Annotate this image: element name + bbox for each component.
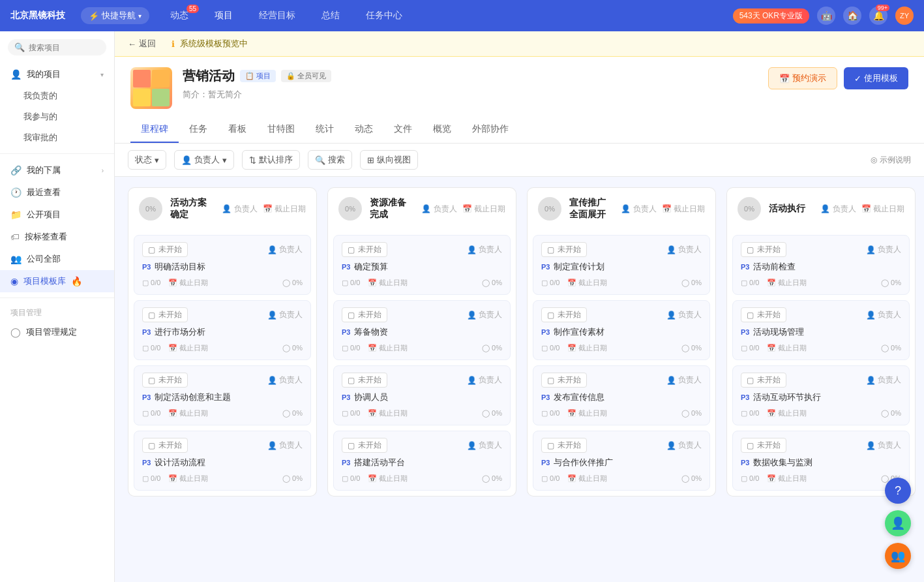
card-status[interactable]: ▢ 未开始 [142,242,188,257]
assignee-meta: 👤 负责人 [421,204,456,215]
card-status[interactable]: ▢ 未开始 [142,307,188,322]
task-card[interactable]: ▢ 未开始 👤 负责人 P3 数据收集与监测 ▢ 0/0 📅 截止日期 ◯ 0% [732,431,910,491]
user-service-button[interactable]: 👥 [885,543,911,569]
task-card[interactable]: ▢ 未开始 👤 负责人 P3 进行市场分析 ▢ 0/0 📅 截止日期 ◯ 0% [134,300,311,360]
card-status[interactable]: ▢ 未开始 [342,242,387,257]
task-card[interactable]: ▢ 未开始 👤 负责人 P3 确定预算 ▢ 0/0 📅 截止日期 ◯ 0% [333,235,511,295]
sidebar-item-public[interactable]: 📁 公开项目 [0,204,114,226]
tab-看板[interactable]: 看板 [218,117,257,143]
quick-nav-button[interactable]: ⚡ 快捷导航 ▾ [81,7,149,24]
user-support-button[interactable]: 👤 [885,510,911,536]
tab-概览[interactable]: 概览 [423,117,462,143]
card-status[interactable]: ▢ 未开始 [541,242,587,257]
nav-item-project[interactable]: 项目 [209,7,238,24]
tab-甘特图[interactable]: 甘特图 [257,117,305,143]
sidebar-item-tag-management[interactable]: 🏷 按标签查看 [0,226,114,248]
card-title: P3 制定活动创意和主题 [142,391,303,403]
card-status[interactable]: ▢ 未开始 [342,307,387,322]
notification-icon-button[interactable]: 🔔 99+ [869,7,887,25]
sidebar-item-label: 我的下属 [27,164,61,176]
person-icon: 👤 [666,376,676,385]
board-column-col3: 0%宣传推广全面展开👤 负责人📅 截止日期 ▢ 未开始 👤 负责人 P3 制定宣… [527,187,716,497]
help-button[interactable]: ? [885,478,911,504]
nav-item-tasks[interactable]: 任务中心 [361,7,408,24]
card-status[interactable]: ▢ 未开始 [342,373,387,388]
nav-item-summary[interactable]: 总结 [316,7,345,24]
thumb-image [130,67,172,109]
back-button[interactable]: ← 返回 [128,38,156,50]
task-card[interactable]: ▢ 未开始 👤 负责人 P3 筹备物资 ▢ 0/0 📅 截止日期 ◯ 0% [333,300,511,360]
robot-icon-button[interactable]: 🤖 [817,7,835,25]
sidebar-item-company-all[interactable]: 👥 公司全部 [0,248,114,270]
sidebar-item-recent[interactable]: 🕐 最近查看 [0,181,114,204]
deadline-label: 📅 截止日期 [368,343,408,353]
example-link[interactable]: ◎ 示例说明 [871,155,911,166]
project-search-box[interactable]: 🔍 [8,39,106,55]
assignee-filter-button[interactable]: 👤 负责人 ▾ [174,150,234,170]
user-avatar-nav[interactable]: ZY [895,7,914,25]
task-card[interactable]: ▢ 未开始 👤 负责人 P3 活动前检查 ▢ 0/0 📅 截止日期 ◯ 0% [732,235,910,295]
demo-button[interactable]: 📅 预约演示 [768,67,837,89]
home-icon-button[interactable]: 🏠 [843,7,861,25]
person-icon: 👤 [181,155,192,165]
task-card[interactable]: ▢ 未开始 👤 负责人 P3 搭建活动平台 ▢ 0/0 📅 截止日期 ◯ 0% [333,431,511,491]
sidebar-item-my-responsibility[interactable]: 我负责的 [0,85,114,106]
sidebar-item-project-rules[interactable]: ◯ 项目管理规定 [0,321,114,343]
sidebar-item-my-projects[interactable]: 👤 我的项目 ▾ [0,63,114,85]
task-card[interactable]: ▢ 未开始 👤 负责人 P3 发布宣传信息 ▢ 0/0 📅 截止日期 ◯ 0% [533,365,710,425]
search-input[interactable] [29,43,100,52]
assignee-name: 负责人 [279,440,303,451]
priority-badge: P3 [142,393,151,401]
deadline-label: 📅 截止日期 [368,474,408,483]
card-status[interactable]: ▢ 未开始 [741,307,786,322]
status-text: 未开始 [158,375,182,386]
deadline-label: 📅 截止日期 [368,408,408,418]
card-status[interactable]: ▢ 未开始 [342,438,387,453]
vertical-view-button[interactable]: ⊞ 纵向视图 [360,150,418,170]
card-status[interactable]: ▢ 未开始 [741,373,786,388]
task-card[interactable]: ▢ 未开始 👤 负责人 P3 协调人员 ▢ 0/0 📅 截止日期 ◯ 0% [333,365,511,425]
deadline-label: 📅 截止日期 [767,474,807,483]
status-text: 未开始 [158,440,182,451]
task-card[interactable]: ▢ 未开始 👤 负责人 P3 制定活动创意和主题 ▢ 0/0 📅 截止日期 ◯ … [134,365,311,425]
task-card[interactable]: ▢ 未开始 👤 负责人 P3 制作宣传素材 ▢ 0/0 📅 截止日期 ◯ 0% [533,300,710,360]
card-status[interactable]: ▢ 未开始 [541,373,587,388]
sidebar-item-my-review[interactable]: 我审批的 [0,127,114,148]
nav-item-goals[interactable]: 经营目标 [254,7,301,24]
sidebar-item-my-subordinates[interactable]: 🔗 我的下属 › [0,159,114,181]
task-percent: ◯ 0% [881,279,901,287]
tab-统计[interactable]: 统计 [305,117,344,143]
sort-button[interactable]: ⇅ 默认排序 [242,150,300,170]
task-card[interactable]: ▢ 未开始 👤 负责人 P3 活动互动环节执行 ▢ 0/0 📅 截止日期 ◯ 0… [732,365,910,425]
sidebar-item-my-participation[interactable]: 我参与的 [0,106,114,127]
card-title: P3 活动互动环节执行 [741,391,901,403]
card-status[interactable]: ▢ 未开始 [541,307,587,322]
status-text: 未开始 [358,375,381,386]
status-filter-button[interactable]: 状态 ▾ [128,150,166,170]
tab-动态[interactable]: 动态 [344,117,383,143]
card-status[interactable]: ▢ 未开始 [741,242,786,257]
card-status[interactable]: ▢ 未开始 [142,438,188,453]
use-template-button[interactable]: ✓ 使用模板 [844,67,908,89]
assignee-name: 负责人 [279,244,303,255]
project-title-area: 营销活动 📋 项目 🔒 全员可见 简介：暂无简介 [183,67,758,100]
task-card[interactable]: ▢ 未开始 👤 负责人 P3 制定宣传计划 ▢ 0/0 📅 截止日期 ◯ 0% [533,235,710,295]
card-status[interactable]: ▢ 未开始 [142,373,188,388]
task-card[interactable]: ▢ 未开始 👤 负责人 P3 明确活动目标 ▢ 0/0 📅 截止日期 ◯ 0% [134,235,311,295]
task-card[interactable]: ▢ 未开始 👤 负责人 P3 活动现场管理 ▢ 0/0 📅 截止日期 ◯ 0% [732,300,910,360]
tab-外部协作[interactable]: 外部协作 [462,117,519,143]
task-card[interactable]: ▢ 未开始 👤 负责人 P3 与合作伙伴推广 ▢ 0/0 📅 截止日期 ◯ 0% [533,431,710,491]
card-assignee: 👤 负责人 [467,440,502,451]
sidebar-item-template-library[interactable]: ◉ 项目模板库 🔥 [0,270,114,292]
priority-badge: P3 [741,328,749,336]
deadline-label: 📅 截止日期 [567,474,607,483]
tab-任务[interactable]: 任务 [179,117,218,143]
tab-里程碑[interactable]: 里程碑 [130,117,179,143]
task-card[interactable]: ▢ 未开始 👤 负责人 P3 设计活动流程 ▢ 0/0 📅 截止日期 ◯ 0% [134,431,311,491]
search-button[interactable]: 🔍 搜索 [308,150,352,170]
nav-item-activity[interactable]: 动态 55 [165,7,194,24]
card-status[interactable]: ▢ 未开始 [541,438,587,453]
tab-文件[interactable]: 文件 [383,117,423,143]
card-status[interactable]: ▢ 未开始 [741,438,786,453]
okr-badge[interactable]: 543天 OKR专业版 [733,8,809,23]
